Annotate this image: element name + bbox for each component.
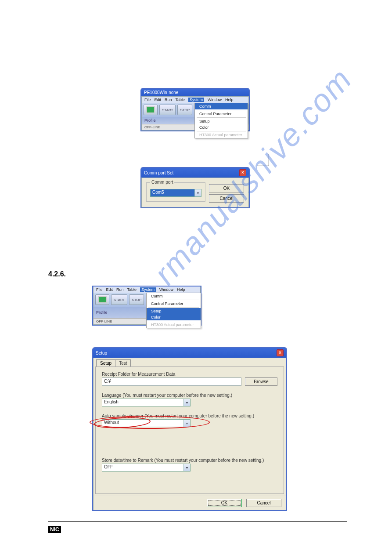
- bottom-rule: [48, 521, 347, 522]
- store-label: Store date/time to Remark (You must rest…: [102, 458, 277, 463]
- screen-icon-b[interactable]: [95, 294, 109, 305]
- store-value: OFF: [102, 464, 183, 471]
- menu-item-ht300: HT300 Actual parameter: [195, 132, 248, 138]
- highlight-oval-large: [90, 416, 210, 429]
- chevron-down-icon-lang[interactable]: ▼: [183, 399, 190, 406]
- setup-ok-button[interactable]: OK: [207, 499, 242, 507]
- menu-window-b[interactable]: Window: [159, 287, 173, 292]
- comm-port-value: Com5: [151, 189, 194, 196]
- chevron-down-icon[interactable]: ▼: [194, 189, 201, 196]
- menubar-a[interactable]: File Edit Run Table System Window Help: [142, 97, 248, 103]
- menubar-b[interactable]: File Edit Run Table System Window Help: [94, 287, 200, 293]
- browse-button[interactable]: Browse: [245, 377, 277, 386]
- empty-box: [257, 154, 269, 166]
- menu-item-color[interactable]: Color: [195, 124, 248, 131]
- window-pe1000win: PE1000Win-none File Edit Run Table Syste…: [140, 88, 250, 131]
- language-value: English: [102, 399, 183, 406]
- menu-item-setup[interactable]: Setup: [195, 118, 248, 124]
- nic-badge: NIC: [48, 526, 61, 533]
- store-datetime-select[interactable]: OFF ▼: [102, 464, 191, 472]
- menu-item-control-parameter-b[interactable]: Control Parameter: [147, 301, 201, 307]
- menu-system-b[interactable]: System: [140, 287, 156, 292]
- comm-port-select[interactable]: Com5 ▼: [150, 189, 201, 197]
- tab-setup[interactable]: Setup: [96, 359, 115, 366]
- system-menu-dropdown-a[interactable]: Comm Control Parameter Setup Color HT300…: [194, 103, 248, 138]
- profile-label-a: Profile: [144, 118, 156, 123]
- stop-button-b[interactable]: STOP: [129, 294, 144, 305]
- menu-system[interactable]: System: [188, 98, 204, 102]
- dialog-comm-port-set: Comm port Set × Comm port Com5 ▼ OK Canc…: [140, 167, 250, 208]
- receipt-folder-label: Receipt Folder for Measurement Data: [102, 372, 277, 377]
- chevron-down-icon-store[interactable]: ▼: [183, 464, 190, 471]
- menu-table[interactable]: Table: [176, 98, 185, 102]
- menu-item-comm[interactable]: Comm: [195, 103, 248, 109]
- menu-help-b[interactable]: Help: [177, 287, 185, 292]
- ok-button[interactable]: OK: [209, 184, 244, 192]
- menu-table-b[interactable]: Table: [127, 287, 137, 292]
- dialog-setup-titlebar: Setup ×: [93, 348, 286, 358]
- close-icon[interactable]: ×: [239, 169, 246, 176]
- window-pe1000win-titlebar: PE1000Win-none: [141, 89, 249, 96]
- dialog-comm-title: Comm port Set: [144, 170, 173, 175]
- menu-edit-b[interactable]: Edit: [106, 287, 113, 292]
- menu-edit[interactable]: Edit: [155, 98, 162, 102]
- receipt-folder-input[interactable]: C:¥: [102, 377, 241, 386]
- stop-button[interactable]: STOP: [177, 105, 192, 115]
- menu-help[interactable]: Help: [225, 98, 234, 102]
- menu-item-comm-b[interactable]: Comm: [147, 293, 201, 299]
- menu-run-b[interactable]: Run: [116, 287, 124, 292]
- window-b: File Edit Run Table System Window Help S…: [92, 286, 201, 326]
- language-select[interactable]: English ▼: [102, 399, 191, 406]
- dialog-comm-titlebar: Comm port Set ×: [141, 168, 249, 178]
- cancel-button[interactable]: Cancel: [209, 194, 244, 203]
- setup-cancel-button[interactable]: Cancel: [246, 499, 281, 507]
- menu-item-ht300-b: HT300 Actual parameter: [147, 322, 201, 328]
- close-icon-setup[interactable]: ×: [277, 349, 284, 356]
- dialog-setup: Setup × Setup Test Receipt Folder for Me…: [92, 347, 287, 511]
- start-button-b[interactable]: START: [111, 294, 127, 305]
- screen-icon[interactable]: [144, 105, 158, 115]
- section-number: 4.2.6.: [48, 270, 66, 278]
- menu-item-setup-b[interactable]: Setup: [147, 308, 201, 314]
- menu-item-color-b[interactable]: Color: [147, 314, 201, 320]
- menu-window[interactable]: Window: [208, 98, 222, 102]
- setup-tabs[interactable]: Setup Test: [94, 358, 286, 366]
- profile-label-b: Profile: [96, 310, 108, 315]
- system-menu-dropdown-b[interactable]: Comm Control Parameter Setup Color HT300…: [146, 293, 201, 328]
- comm-group-label: Comm port: [150, 180, 174, 185]
- language-label: Language (You must restart your computer…: [102, 393, 277, 398]
- tab-test[interactable]: Test: [115, 359, 131, 366]
- start-button[interactable]: START: [159, 105, 176, 115]
- window-pe1000win-title: PE1000Win-none: [144, 90, 178, 95]
- menu-file[interactable]: File: [144, 98, 151, 102]
- menu-item-control-parameter[interactable]: Control Parameter: [195, 111, 248, 117]
- menu-run[interactable]: Run: [165, 98, 172, 102]
- page-footer: NIC: [48, 521, 347, 533]
- dialog-setup-title: Setup: [96, 351, 107, 355]
- menu-file-b[interactable]: File: [96, 287, 103, 292]
- top-rule: [48, 31, 347, 31]
